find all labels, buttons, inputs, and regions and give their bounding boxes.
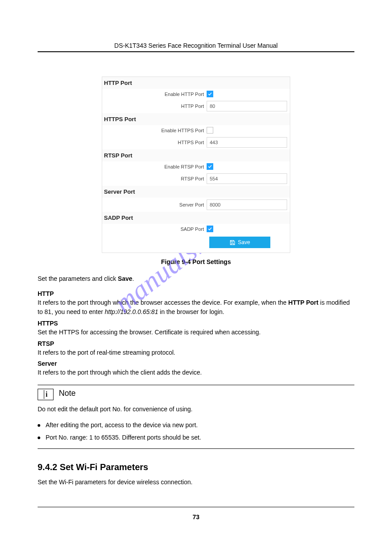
row-http-port: HTTP Port bbox=[102, 99, 290, 113]
save-row: Save bbox=[102, 234, 290, 253]
note-bottom-divider bbox=[38, 448, 354, 449]
doc-title: DS-K1T343 Series Face Recognition Termin… bbox=[38, 35, 354, 51]
bullet-icon bbox=[38, 424, 40, 427]
intro-text: Set the parameters and click Save. bbox=[38, 274, 354, 284]
label-enable-http: Enable HTTP Port bbox=[104, 92, 207, 97]
section-body: Set the Wi-Fi parameters for device wire… bbox=[38, 478, 354, 487]
label-http-port: HTTP Port bbox=[104, 103, 207, 109]
checkbox-enable-https[interactable] bbox=[207, 127, 213, 134]
checkbox-enable-rtsp[interactable] bbox=[207, 163, 213, 170]
checkbox-sadp-port[interactable] bbox=[207, 226, 213, 232]
input-http-port[interactable] bbox=[207, 101, 287, 111]
def-term-https: HTTPS bbox=[38, 320, 354, 327]
def-body-https: Set the HTTPS for accessing the browser.… bbox=[38, 328, 354, 337]
input-https-port[interactable] bbox=[207, 137, 287, 148]
row-enable-rtsp: Enable RTSP Port bbox=[102, 161, 290, 172]
page: DS-K1T343 Series Face Recognition Termin… bbox=[0, 0, 392, 547]
port-settings-panel: HTTP Port Enable HTTP Port HTTP Port HTT… bbox=[102, 77, 290, 253]
definitions: HTTP It refers to the port through which… bbox=[38, 290, 354, 378]
figure-caption: Figure 9-4 Port Settings bbox=[38, 258, 354, 265]
checkbox-enable-http[interactable] bbox=[207, 91, 213, 97]
def-body-rtsp: It refers to the port of real-time strea… bbox=[38, 348, 354, 358]
input-rtsp-port[interactable] bbox=[207, 173, 287, 184]
label-enable-https: Enable HTTPS Port bbox=[104, 128, 207, 133]
footer-divider bbox=[38, 507, 354, 507]
save-button[interactable]: Save bbox=[209, 237, 270, 248]
row-enable-http: Enable HTTP Port bbox=[102, 89, 290, 99]
section-heading: 9.4.2 Set Wi-Fi Parameters bbox=[38, 462, 354, 472]
label-sadp-port: SADP Port bbox=[104, 226, 207, 232]
section-head-server: Server Port bbox=[102, 186, 290, 198]
note-bullet-2: Port No. range: 1 to 65535. Different po… bbox=[38, 433, 354, 443]
input-server-port[interactable] bbox=[207, 199, 287, 210]
def-body-http: It refers to the port through which the … bbox=[38, 298, 354, 317]
label-rtsp-port: RTSP Port bbox=[104, 176, 207, 181]
label-enable-rtsp: Enable RTSP Port bbox=[104, 164, 207, 169]
note-header: i Note bbox=[38, 385, 354, 400]
def-term-rtsp: RTSP bbox=[38, 340, 354, 347]
def-term-server: Server bbox=[38, 360, 354, 367]
save-button-label: Save bbox=[238, 239, 250, 245]
section-head-sadp: SADP Port bbox=[102, 212, 290, 224]
label-https-port: HTTPS Port bbox=[104, 140, 207, 145]
section-head-https: HTTPS Port bbox=[102, 113, 290, 125]
section-head-http: HTTP Port bbox=[102, 77, 290, 89]
label-server-port: Server Port bbox=[104, 202, 207, 207]
note-title: Note bbox=[59, 389, 76, 398]
def-body-server: It refers to the port through which the … bbox=[38, 368, 354, 378]
bullet-text-2: Port No. range: 1 to 65535. Different po… bbox=[46, 433, 201, 443]
note-icon: i bbox=[38, 389, 54, 400]
row-https-port: HTTPS Port bbox=[102, 135, 290, 149]
note-body: Do not edit the default port No. for con… bbox=[38, 405, 354, 414]
save-icon bbox=[230, 240, 235, 245]
bullet-icon bbox=[38, 436, 40, 439]
bullet-text-1: After editing the port, access to the de… bbox=[46, 421, 198, 430]
row-enable-https: Enable HTTPS Port bbox=[102, 125, 290, 135]
section-head-rtsp: RTSP Port bbox=[102, 149, 290, 161]
row-sadp-port: SADP Port bbox=[102, 224, 290, 234]
row-rtsp-port: RTSP Port bbox=[102, 172, 290, 186]
def-term-http: HTTP bbox=[38, 290, 354, 297]
header-divider bbox=[38, 51, 354, 52]
note-bullet-1: After editing the port, access to the de… bbox=[38, 421, 354, 430]
row-server-port: Server Port bbox=[102, 198, 290, 212]
page-number: 73 bbox=[38, 513, 354, 521]
